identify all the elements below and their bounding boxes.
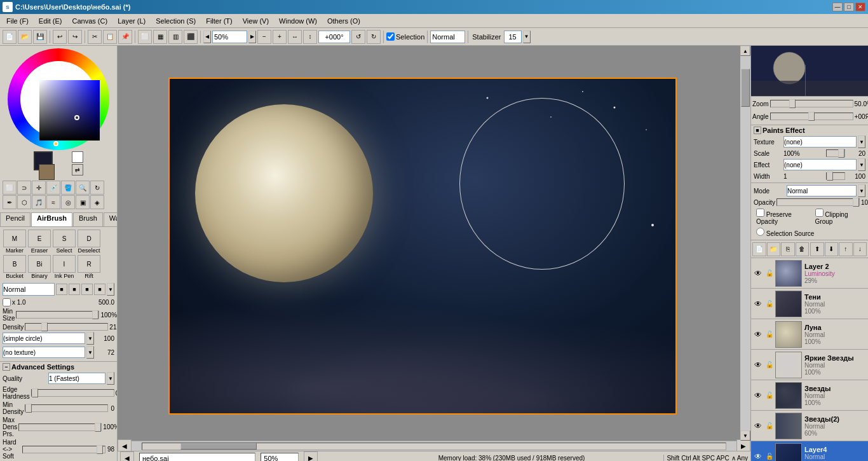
blend-mode-btn3[interactable]: ■ [81, 284, 93, 295]
layer-item-layer4[interactable]: 👁 🔓 Layer4 Normal 100% [751, 441, 868, 461]
menu-filter[interactable]: Filter (T) [201, 16, 238, 26]
minimize-button[interactable]: — [832, 3, 843, 11]
selection-checkbox[interactable] [386, 32, 395, 41]
toolbar-paste[interactable]: 📌 [118, 30, 132, 44]
zoom-slider[interactable] [770, 100, 853, 107]
tool-audio[interactable]: 🎵 [32, 195, 46, 209]
toolbar-view1[interactable]: ⬜ [138, 30, 152, 44]
toolbar-blend-mode[interactable]: Normal [430, 31, 465, 43]
toolbar-angle-input[interactable] [318, 31, 350, 43]
toolbar-cut[interactable]: ✂ [88, 30, 102, 44]
effect-arrow[interactable]: ▼ [858, 158, 865, 171]
angle-slider[interactable] [770, 113, 853, 120]
stabilizer-input[interactable] [504, 31, 522, 43]
layer-item-shadow[interactable]: 👁 🔓 Тени Normal 100% [751, 289, 868, 319]
tool-special1[interactable]: ▣ [76, 195, 90, 209]
tool-select-lasso[interactable]: ⊃ [17, 181, 31, 195]
brush-inkpen[interactable]: I Ink Pen [52, 255, 76, 279]
tab-brush[interactable]: Brush [73, 212, 103, 226]
tool-smudge[interactable]: ≈ [46, 195, 60, 209]
min-density-slider[interactable] [25, 404, 108, 412]
quality-select[interactable]: 1 (Fastest) [48, 373, 105, 384]
brush-binary[interactable]: Bi Binary [27, 255, 51, 279]
bright-stars-eye[interactable]: 👁 [752, 359, 764, 371]
tab-airbrush[interactable]: AirBrush [31, 212, 72, 226]
layer-merge-up[interactable]: ⬆ [810, 242, 824, 256]
blend-mode-btn2[interactable]: ■ [69, 284, 80, 295]
texture-select[interactable]: (no texture) [3, 347, 85, 358]
effect-select[interactable]: (none) [783, 159, 857, 170]
canvas[interactable] [168, 78, 677, 415]
density-slider[interactable] [25, 323, 108, 331]
toolbar-view3[interactable]: ▥ [168, 30, 182, 44]
shadow-eye[interactable]: 👁 [752, 298, 764, 310]
blend-mode-btn4[interactable]: ■ [94, 284, 105, 295]
tool-rotate[interactable]: ↻ [90, 181, 104, 195]
tool-pen[interactable]: ✒ [3, 195, 17, 209]
layer-item-stars2[interactable]: 👁 🔓 Звезды(2) Normal 60% [751, 411, 868, 441]
layer-copy[interactable]: ⎘ [781, 242, 795, 256]
texture-arrow[interactable]: ▼ [86, 346, 94, 359]
selection-source-radio[interactable] [756, 228, 764, 236]
new-raster-layer[interactable]: 📄 [752, 242, 766, 256]
toolbar-rotate-l[interactable]: ↺ [351, 30, 365, 44]
toolbar-view4[interactable]: ⬛ [184, 30, 198, 44]
toolbar-new[interactable]: 📄 [3, 30, 17, 44]
stars2-lock[interactable]: 🔓 [764, 420, 775, 432]
paints-toggle[interactable]: ■ [754, 127, 761, 134]
layer2-eye[interactable]: 👁 [752, 268, 764, 279]
hscroll-thumb[interactable] [180, 443, 257, 450]
tab-water[interactable]: Water [104, 212, 118, 226]
layer-item-moon[interactable]: 👁 🔓 Луна Normal 100% [751, 319, 868, 350]
color-square[interactable] [39, 80, 100, 141]
bright-stars-lock[interactable]: 🔓 [764, 359, 775, 371]
status-nav-left[interactable]: ◀ [120, 451, 134, 462]
layer2-lock[interactable]: 🔓 [764, 268, 775, 279]
fg-color-btn[interactable] [72, 151, 83, 163]
clipping-group-cb[interactable] [815, 209, 824, 217]
layer-item-bright-stars[interactable]: 👁 🔓 Яркие Звезды Normal 100% [751, 350, 868, 380]
canvas-scroll-thumb[interactable] [741, 69, 750, 107]
mode-arrow[interactable]: ▼ [858, 184, 865, 197]
min-size-slider[interactable] [16, 311, 99, 319]
max-dens-slider[interactable] [18, 423, 102, 431]
width-slider[interactable] [826, 172, 845, 180]
color-wheel[interactable] [8, 48, 109, 150]
canvas-scroll-area[interactable]: ▲ ▼ [118, 46, 750, 441]
blend-mode-select[interactable]: Normal [3, 283, 55, 296]
toolbar-undo[interactable]: ↩ [53, 30, 67, 44]
menu-edit[interactable]: Edit (E) [34, 16, 67, 26]
tab-pencil[interactable]: Pencil [0, 212, 31, 226]
blend-mode-btn1[interactable]: ■ [56, 284, 67, 295]
tool-eyedrop[interactable]: 💉 [46, 181, 60, 195]
layer-move-down[interactable]: ↓ [853, 242, 867, 256]
brush-marker[interactable]: M Marker [3, 230, 27, 254]
toolbar-zoom-plus[interactable]: + [273, 30, 287, 44]
hscroll-track[interactable] [142, 443, 726, 450]
quality-arrow[interactable]: ▼ [107, 372, 114, 385]
toolbar-view2[interactable]: ▦ [153, 30, 167, 44]
toolbar-copy[interactable]: 📋 [103, 30, 117, 44]
shape-arrow[interactable]: ▼ [86, 332, 94, 345]
menu-others[interactable]: Others (O) [322, 16, 365, 26]
canvas-scroll-up[interactable]: ▲ [740, 46, 750, 56]
tool-blend[interactable]: ◎ [61, 195, 75, 209]
layer4-eye[interactable]: 👁 [752, 451, 764, 462]
toolbar-flip-v[interactable]: ↕ [303, 30, 317, 44]
menu-layer[interactable]: Layer (L) [112, 16, 151, 26]
scale-slider[interactable] [826, 149, 845, 157]
stabilizer-arrow[interactable]: ▼ [523, 31, 531, 43]
new-folder-layer[interactable]: 📁 [767, 242, 781, 256]
toolbar-save[interactable]: 💾 [33, 30, 47, 44]
stars-eye[interactable]: 👁 [752, 390, 764, 401]
layer-delete[interactable]: 🗑 [796, 242, 810, 256]
brush-deselect[interactable]: D Deselect [77, 230, 101, 254]
layer-move-up[interactable]: ↑ [839, 242, 853, 256]
close-button[interactable]: ✕ [855, 3, 865, 11]
toolbar-rotate-r[interactable]: ↻ [367, 30, 381, 44]
edge-hardness-slider[interactable] [31, 389, 114, 397]
layer4-lock[interactable]: 🔓 [764, 451, 775, 462]
brush-rift[interactable]: R Rift [77, 255, 101, 279]
opacity-slider[interactable] [776, 198, 860, 206]
toolbar-flip-h[interactable]: ↔ [288, 30, 302, 44]
